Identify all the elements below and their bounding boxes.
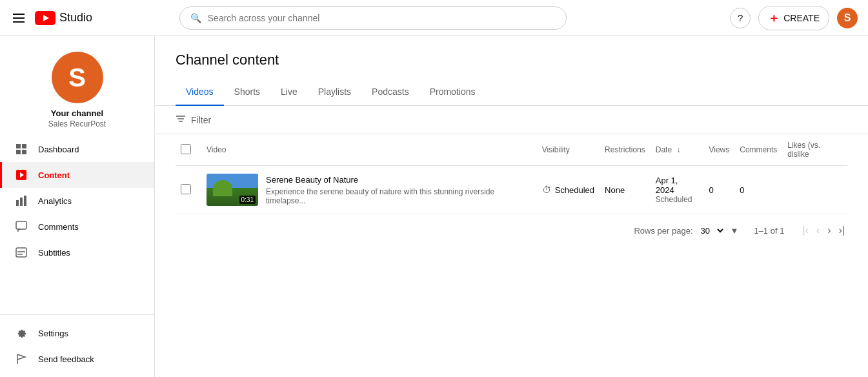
content-table: Video Visibility Restrictions Date ↓ Vie… (176, 134, 847, 214)
rows-per-page-label: Rows per page: (634, 226, 692, 236)
page-title: Channel content (176, 52, 847, 68)
date-col-label: Date (656, 145, 672, 154)
sidebar-item-content[interactable]: Content (0, 162, 154, 188)
grid-icon (15, 143, 28, 156)
filter-icon (176, 114, 186, 126)
visibility-value: ⏱ Scheduled (542, 185, 594, 195)
col-comments: Comments (734, 134, 782, 166)
page-header: Channel content (155, 36, 868, 68)
col-visibility: Visibility (537, 134, 600, 166)
svg-rect-10 (24, 196, 26, 206)
video-title: Serene Beauty of Nature (266, 175, 532, 185)
col-likes: Likes (vs. dislike (782, 134, 847, 166)
topnav-right: ? ＋ CREATE S (730, 6, 858, 30)
search-icon: 🔍 (190, 13, 201, 23)
rows-per-page-select[interactable]: 30 50 100 (698, 225, 725, 236)
logo: Studio (35, 11, 92, 25)
last-page-button[interactable]: ›| (836, 222, 847, 239)
bar-chart-icon (15, 194, 28, 207)
svg-rect-3 (22, 144, 26, 148)
create-button[interactable]: ＋ CREATE (758, 6, 829, 30)
sidebar-item-comments[interactable]: Comments (0, 214, 154, 239)
svg-rect-4 (16, 150, 21, 154)
svg-rect-8 (16, 200, 19, 206)
avatar[interactable]: S (837, 8, 858, 28)
dashboard-label: Dashboard (38, 145, 79, 154)
col-views: Views (703, 134, 734, 166)
row-likes-cell (782, 166, 847, 214)
sort-icon: ↓ (676, 145, 680, 154)
svg-rect-5 (22, 150, 26, 154)
table-header-row: Video Visibility Restrictions Date ↓ Vie… (176, 134, 847, 166)
svg-rect-11 (16, 221, 26, 229)
content-label: Content (38, 170, 70, 180)
channel-avatar[interactable]: S (52, 52, 103, 103)
subtitles-icon (15, 246, 28, 259)
analytics-label: Analytics (38, 196, 72, 206)
create-plus-icon: ＋ (768, 10, 780, 26)
tab-videos[interactable]: Videos (176, 79, 224, 106)
sidebar: S Your channel Sales RecurPost Dashboard… (0, 36, 155, 377)
row-date-cell: Apr 1, 2024 Scheduled (651, 166, 704, 214)
col-date[interactable]: Date ↓ (651, 134, 704, 166)
play-icon (15, 168, 28, 181)
tabs-bar: Videos Shorts Live Playlists Podcasts Pr… (155, 79, 868, 106)
settings-label: Settings (38, 329, 68, 338)
sidebar-item-send-feedback[interactable]: Send feedback (0, 346, 154, 372)
tab-promotions[interactable]: Promotions (419, 79, 486, 106)
row-checkbox[interactable] (181, 184, 191, 194)
comment-icon (15, 220, 28, 233)
sidebar-bottom: Settings Send feedback (0, 314, 154, 372)
gear-icon (15, 327, 28, 340)
channel-sub: Sales RecurPost (48, 119, 106, 128)
row-video-cell: 0:31 Serene Beauty of Nature Experience … (201, 166, 537, 214)
filter-label[interactable]: Filter (191, 115, 211, 125)
clock-icon: ⏱ (542, 185, 551, 195)
chevron-down-icon: ▼ (731, 226, 739, 236)
help-button[interactable]: ? (730, 8, 751, 28)
table-row: 0:31 Serene Beauty of Nature Experience … (176, 166, 847, 214)
sidebar-nav: Dashboard Content Analytics Comments (0, 136, 154, 265)
tab-playlists[interactable]: Playlists (308, 79, 361, 106)
main-content: Channel content Videos Shorts Live Playl… (155, 36, 868, 377)
search-bar[interactable]: 🔍 (179, 6, 567, 30)
channel-name: Your channel (51, 108, 103, 118)
studio-label: Studio (59, 11, 92, 25)
col-checkbox (176, 134, 201, 166)
pagination: Rows per page: 30 50 100 ▼ 1–1 of 1 |‹ ‹… (155, 214, 868, 247)
video-info: Serene Beauty of Nature Experience the s… (266, 175, 532, 205)
search-input[interactable] (208, 13, 556, 23)
rows-per-page: Rows per page: 30 50 100 ▼ (634, 225, 738, 236)
col-restrictions: Restrictions (600, 134, 651, 166)
first-page-button[interactable]: |‹ (800, 222, 811, 239)
table-container: Video Visibility Restrictions Date ↓ Vie… (155, 134, 868, 214)
svg-rect-12 (16, 248, 26, 257)
tab-shorts[interactable]: Shorts (224, 79, 270, 106)
visibility-text: Scheduled (555, 185, 594, 195)
sidebar-item-analytics[interactable]: Analytics (0, 188, 154, 214)
video-thumbnail[interactable]: 0:31 (207, 174, 258, 206)
sidebar-item-subtitles[interactable]: Subtitles (0, 239, 154, 265)
sidebar-item-dashboard[interactable]: Dashboard (0, 136, 154, 162)
menu-button[interactable] (10, 11, 27, 25)
tab-live[interactable]: Live (270, 79, 308, 106)
sidebar-item-settings[interactable]: Settings (0, 320, 154, 346)
row-restrictions-cell: None (600, 166, 651, 214)
tab-podcasts[interactable]: Podcasts (361, 79, 419, 106)
filter-bar: Filter (155, 106, 868, 134)
video-duration: 0:31 (239, 196, 256, 204)
select-all-checkbox[interactable] (181, 144, 191, 154)
create-label: CREATE (783, 13, 820, 23)
prev-page-button[interactable]: ‹ (814, 222, 822, 239)
video-description: Experience the serene beauty of nature w… (266, 187, 532, 205)
page-info: 1–1 of 1 (754, 226, 784, 236)
send-feedback-label: Send feedback (38, 354, 94, 364)
svg-rect-9 (20, 198, 23, 206)
next-page-button[interactable]: › (825, 222, 833, 239)
pagination-nav: |‹ ‹ › ›| (800, 222, 847, 239)
comments-label: Comments (38, 222, 79, 232)
row-checkbox-cell (176, 166, 201, 214)
channel-info: S Your channel Sales RecurPost (0, 41, 154, 136)
subtitles-label: Subtitles (38, 248, 70, 258)
layout: S Your channel Sales RecurPost Dashboard… (0, 36, 868, 377)
